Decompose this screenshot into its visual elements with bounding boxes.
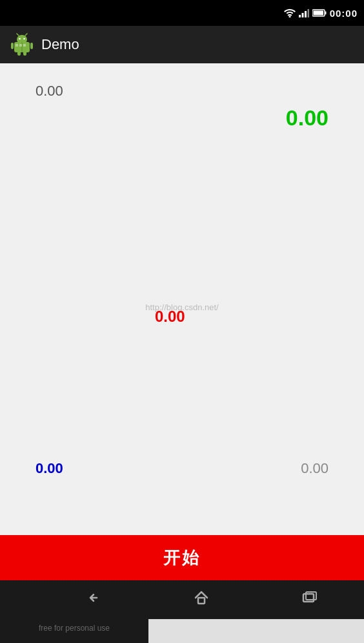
value-bottom-right: 0.00: [301, 460, 329, 477]
svg-point-11: [23, 38, 25, 40]
back-button[interactable]: [84, 589, 102, 607]
status-bar: 00:00: [0, 0, 364, 26]
svg-rect-23: [303, 594, 314, 602]
svg-rect-6: [325, 12, 326, 15]
svg-point-0: [288, 16, 290, 18]
recents-icon: [301, 589, 319, 607]
home-button[interactable]: [192, 589, 210, 607]
svg-rect-15: [30, 43, 33, 49]
svg-line-13: [25, 34, 27, 36]
svg-point-10: [19, 38, 21, 40]
value-center: 0.00: [155, 308, 185, 326]
wifi-icon: [284, 8, 296, 17]
status-time: 00:00: [330, 8, 358, 19]
value-top-left: 0.00: [35, 83, 63, 100]
value-top-right: 0.00: [286, 105, 329, 131]
svg-rect-7: [313, 11, 323, 16]
bottom-watermark: free for personal use: [0, 613, 148, 643]
status-icons: 00:00: [284, 8, 358, 19]
nav-bar: free for personal use: [0, 580, 364, 619]
svg-rect-17: [23, 51, 26, 56]
svg-rect-21: [23, 44, 26, 47]
action-bar: Demo: [0, 26, 364, 63]
value-bottom-left: 0.00: [35, 460, 63, 477]
android-logo-icon: [10, 33, 34, 56]
home-icon: [192, 589, 210, 607]
svg-rect-4: [307, 9, 309, 17]
app-title: Demo: [41, 36, 79, 53]
svg-rect-16: [17, 51, 21, 56]
svg-rect-2: [301, 13, 303, 17]
svg-rect-3: [305, 11, 307, 17]
svg-rect-20: [19, 44, 22, 47]
recents-button[interactable]: [301, 589, 319, 607]
svg-rect-19: [15, 44, 18, 47]
main-content: 0.00 0.00 http://blog.csdn.net/ 0.00 0.0…: [0, 63, 364, 535]
start-button[interactable]: 开始: [0, 535, 364, 580]
svg-rect-1: [299, 15, 301, 17]
bottom-watermark-text: free for personal use: [39, 624, 110, 633]
svg-rect-22: [198, 598, 205, 604]
signal-icon: [299, 8, 309, 17]
battery-icon: [312, 9, 327, 17]
svg-line-12: [17, 34, 19, 36]
svg-rect-14: [11, 43, 14, 49]
back-icon: [84, 589, 102, 607]
start-button-label: 开始: [163, 547, 201, 569]
